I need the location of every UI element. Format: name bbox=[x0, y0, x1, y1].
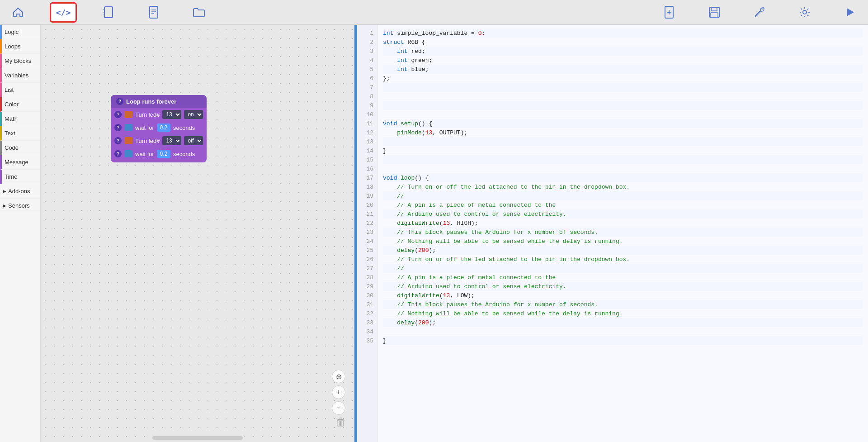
token: // Nothing will be able to be sensed whi… bbox=[383, 310, 623, 317]
block-help-1[interactable]: ? bbox=[114, 111, 122, 118]
token: setup bbox=[401, 120, 418, 127]
led-state-dropdown-2[interactable]: off bbox=[184, 136, 203, 145]
export-button[interactable] bbox=[836, 2, 863, 23]
line-number-12: 12 bbox=[357, 128, 373, 137]
led-number-dropdown-2[interactable]: 13 bbox=[162, 136, 181, 145]
code-line-2: struct RGB { bbox=[383, 38, 863, 47]
turn-led-text-1: Turn led# bbox=[135, 111, 160, 118]
wait-value-1[interactable]: 0.2 bbox=[157, 124, 170, 132]
block-help-3[interactable]: ? bbox=[114, 137, 122, 144]
seconds-text-2: seconds bbox=[173, 151, 195, 157]
sensors-arrow: ▶ bbox=[3, 203, 6, 208]
sidebar-item-message[interactable]: Message bbox=[0, 155, 40, 170]
line-number-23: 23 bbox=[357, 228, 373, 237]
token: 13 bbox=[443, 292, 450, 299]
token: () { bbox=[418, 120, 432, 127]
svg-rect-13 bbox=[711, 13, 718, 17]
notebook-button[interactable] bbox=[95, 2, 122, 23]
new-doc-button[interactable] bbox=[656, 2, 683, 23]
block-header: ? Loop runs forever bbox=[111, 95, 207, 108]
block-row-led-off: ? Turn led# 13 off bbox=[111, 134, 207, 147]
sidebar-item-list[interactable]: List bbox=[0, 83, 40, 97]
token: 200 bbox=[418, 247, 429, 254]
code-editor: 1234567891011121314151617181920212223242… bbox=[357, 25, 868, 442]
canvas-area[interactable]: ? Loop runs forever ? Turn led# 13 on bbox=[41, 25, 354, 442]
sidebar-item-sensors[interactable]: ▶ Sensors bbox=[0, 199, 40, 213]
code-lines[interactable]: int simple_loop_variable = 0;struct RGB … bbox=[377, 25, 868, 442]
line-numbers: 1234567891011121314151617181920212223242… bbox=[357, 25, 377, 442]
wait-value-2[interactable]: 0.2 bbox=[157, 150, 170, 158]
token bbox=[383, 48, 397, 55]
gear-button[interactable] bbox=[791, 2, 818, 23]
svg-point-14 bbox=[803, 10, 807, 14]
zoom-out-button[interactable]: − bbox=[332, 401, 345, 415]
line-number-31: 31 bbox=[357, 300, 373, 309]
token: // This block pauses the Arduino for x n… bbox=[383, 301, 598, 308]
sidebar-item-variables[interactable]: Variables bbox=[0, 68, 40, 83]
code-line-16 bbox=[383, 164, 863, 173]
token: // Nothing will be able to be sensed whi… bbox=[383, 238, 623, 245]
wrench-button[interactable] bbox=[746, 2, 773, 23]
led-state-dropdown-1[interactable]: on bbox=[184, 110, 203, 119]
line-number-29: 29 bbox=[357, 282, 373, 291]
token bbox=[383, 292, 397, 299]
token: void bbox=[383, 120, 397, 127]
code-line-32: // Nothing will be able to be sensed whi… bbox=[383, 309, 863, 318]
code-line-15 bbox=[383, 155, 863, 164]
block-row-wait-1: ? wait for 0.2 seconds bbox=[111, 121, 207, 134]
block-help-header[interactable]: ? bbox=[116, 98, 123, 105]
led-icon-1 bbox=[124, 111, 132, 118]
sidebar-item-time[interactable]: Time bbox=[0, 170, 40, 184]
trash-button[interactable]: 🗑 bbox=[335, 416, 346, 428]
sensors-label: Sensors bbox=[8, 202, 30, 209]
folder-button[interactable] bbox=[185, 2, 212, 23]
sidebar-item-my-blocks[interactable]: My Blocks bbox=[0, 54, 40, 68]
code-line-10 bbox=[383, 110, 863, 119]
led-number-dropdown-1[interactable]: 13 bbox=[162, 110, 181, 119]
line-number-2: 2 bbox=[357, 38, 373, 47]
token: ( bbox=[439, 220, 443, 227]
code-line-4: int green; bbox=[383, 56, 863, 65]
block-help-2[interactable]: ? bbox=[114, 124, 122, 131]
token: 0 bbox=[478, 30, 482, 37]
sidebar-item-text[interactable]: Text bbox=[0, 126, 40, 141]
token: // A pin is a piece of metal connected t… bbox=[383, 274, 556, 281]
token: ); bbox=[429, 319, 436, 326]
home-button[interactable] bbox=[5, 2, 32, 23]
horizontal-scrollbar[interactable] bbox=[152, 436, 243, 440]
zoom-in-button[interactable]: + bbox=[332, 385, 345, 399]
token: loop bbox=[401, 175, 415, 181]
sidebar-item-loops[interactable]: Loops bbox=[0, 39, 40, 54]
token: digitalWrite bbox=[397, 220, 439, 227]
save-button[interactable] bbox=[701, 2, 728, 23]
line-number-3: 3 bbox=[357, 47, 373, 56]
sidebar-item-add-ons[interactable]: ▶ Add-ons bbox=[0, 184, 40, 199]
code-line-5: int blue; bbox=[383, 65, 863, 74]
code-button[interactable]: </> bbox=[50, 2, 77, 23]
line-number-32: 32 bbox=[357, 309, 373, 318]
line-number-8: 8 bbox=[357, 92, 373, 101]
code-line-20: // A pin is a piece of metal connected t… bbox=[383, 200, 863, 209]
token: () { bbox=[415, 175, 429, 181]
document-button[interactable] bbox=[140, 2, 167, 23]
sidebar-item-color[interactable]: Color bbox=[0, 97, 40, 112]
crosshair-button[interactable]: ⊕ bbox=[332, 370, 345, 383]
line-number-1: 1 bbox=[357, 29, 373, 38]
sidebar-item-math[interactable]: Math bbox=[0, 112, 40, 126]
token bbox=[383, 66, 397, 73]
line-number-18: 18 bbox=[357, 182, 373, 191]
code-line-33: delay(200); bbox=[383, 318, 863, 327]
code-line-14: } bbox=[383, 146, 863, 155]
code-line-25: delay(200); bbox=[383, 246, 863, 255]
block-help-4[interactable]: ? bbox=[114, 150, 122, 157]
code-line-24: // Nothing will be able to be sensed whi… bbox=[383, 237, 863, 246]
wait-icon-1 bbox=[124, 124, 132, 131]
sidebar-item-logic[interactable]: Logic bbox=[0, 25, 40, 39]
code-line-27: // bbox=[383, 264, 863, 273]
line-number-35: 35 bbox=[357, 336, 373, 345]
code-line-11: void setup() { bbox=[383, 119, 863, 128]
line-number-17: 17 bbox=[357, 173, 373, 182]
wait-text-1: wait for bbox=[135, 124, 154, 131]
panel-divider[interactable] bbox=[354, 25, 357, 442]
sidebar-item-code[interactable]: Code bbox=[0, 141, 40, 155]
